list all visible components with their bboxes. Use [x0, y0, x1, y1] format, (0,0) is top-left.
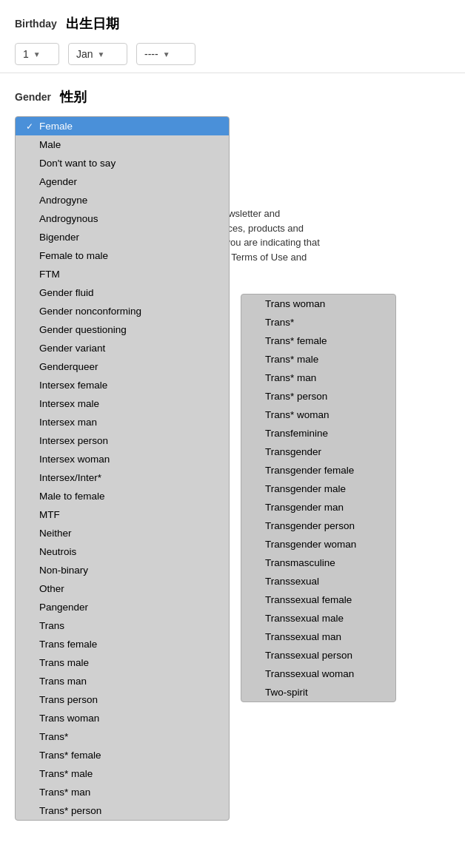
dropdown-item-neutrois[interactable]: Neutrois	[16, 542, 229, 561]
dropdown-item-female[interactable]: ✓Female	[16, 117, 229, 135]
dropdown-item-right-trans-star-r[interactable]: Trans*	[241, 313, 395, 332]
dropdown-item-trans-male[interactable]: Trans male	[16, 653, 229, 672]
item-label: Male	[39, 139, 61, 150]
dropdown-item-right-transgender-person[interactable]: Transgender person	[241, 517, 395, 535]
dropdown-item-agender[interactable]: Agender	[16, 172, 229, 191]
dropdown-item-trans-female[interactable]: Trans female	[16, 635, 229, 653]
dropdown-item-intersex-man[interactable]: Intersex man	[16, 413, 229, 431]
month-value: Jan	[76, 48, 93, 60]
dropdown-item-right-two-spirit[interactable]: Two-spirit	[241, 683, 395, 702]
item-label: Gender nonconforming	[39, 306, 141, 317]
item-label: Intersex male	[39, 398, 99, 409]
dropdown-item-androgynous[interactable]: Androgynous	[16, 209, 229, 228]
dropdown-item-right-transgender-man[interactable]: Transgender man	[241, 498, 395, 517]
dropdown-item-trans-star[interactable]: Trans*	[16, 727, 229, 746]
item-label: Transsexual female	[265, 594, 352, 605]
dropdown-item-male[interactable]: Male	[16, 135, 229, 154]
dropdown-item-right-trans-star-woman-r[interactable]: Trans* woman	[241, 406, 395, 424]
dropdown-item-right-transgender[interactable]: Transgender	[241, 443, 395, 461]
item-label: Androgyne	[39, 195, 87, 206]
dropdown-item-trans-woman[interactable]: Trans woman	[16, 709, 229, 727]
page-wrapper: Birthday 出生日期 1 ▼ Jan ▼ ---- ▼ Gender 性别	[0, 0, 465, 868]
item-label: Trans*	[39, 731, 68, 742]
item-label: Non-binary	[39, 565, 88, 576]
dropdown-item-trans[interactable]: Trans	[16, 616, 229, 635]
item-label: Genderqueer	[39, 361, 98, 372]
item-label: Intersex man	[39, 417, 97, 428]
dropdown-item-right-trans-star-person-r[interactable]: Trans* person	[241, 387, 395, 406]
item-label: Trans* man	[39, 787, 90, 798]
item-label: Male to female	[39, 491, 105, 502]
dropdown-item-neither[interactable]: Neither	[16, 524, 229, 542]
dropdown-item-right-trans-woman-r[interactable]: Trans woman	[241, 295, 395, 313]
dropdown-item-right-transgender-woman[interactable]: Transgender woman	[241, 535, 395, 554]
dropdown-item-non-binary[interactable]: Non-binary	[16, 561, 229, 579]
day-chevron-icon: ▼	[33, 50, 41, 58]
item-label: Transsexual person	[265, 650, 352, 661]
gender-label-row: Gender 性别	[15, 88, 450, 106]
left-dropdown[interactable]: ✓FemaleMaleDon't want to sayAgenderAndro…	[15, 116, 230, 821]
dropdown-item-trans-star-man[interactable]: Trans* man	[16, 783, 229, 801]
item-label: Transgender man	[265, 502, 344, 513]
item-label: FTM	[39, 269, 60, 280]
item-label: Intersex person	[39, 435, 108, 446]
dropdown-item-right-trans-star-male-r[interactable]: Trans* male	[241, 350, 395, 369]
item-label: Transfeminine	[265, 428, 328, 439]
item-label: Trans man	[39, 676, 87, 687]
dropdown-item-gender-fluid[interactable]: Gender fluid	[16, 283, 229, 302]
dropdown-item-other[interactable]: Other	[16, 579, 229, 598]
dropdown-item-trans-star-male[interactable]: Trans* male	[16, 764, 229, 783]
item-label: Transgender	[265, 446, 321, 457]
dropdown-item-mtf[interactable]: MTF	[16, 505, 229, 524]
dropdown-item-intersex-person[interactable]: Intersex person	[16, 431, 229, 450]
item-label: Intersex woman	[39, 454, 110, 465]
dropdown-item-intersex-female[interactable]: Intersex female	[16, 376, 229, 394]
dropdown-item-right-trans-star-female-r[interactable]: Trans* female	[241, 332, 395, 350]
dropdown-item-intersex-woman[interactable]: Intersex woman	[16, 450, 229, 468]
dropdown-item-right-transsexual-man[interactable]: Transsexual man	[241, 628, 395, 646]
item-label: Gender questioning	[39, 324, 127, 335]
bg-content: A Newsletter and services, products and …	[207, 206, 450, 264]
day-dropdown[interactable]: 1 ▼	[15, 43, 59, 65]
item-label: Don't want to say	[39, 158, 116, 169]
dropdown-item-bigender[interactable]: Bigender	[16, 228, 229, 246]
dropdown-item-intersex-male[interactable]: Intersex male	[16, 394, 229, 413]
dropdown-item-trans-person[interactable]: Trans person	[16, 690, 229, 709]
dropdown-item-trans-man[interactable]: Trans man	[16, 672, 229, 690]
dropdown-item-right-transsexual[interactable]: Transsexual	[241, 572, 395, 591]
dropdown-item-right-transsexual-male[interactable]: Transsexual male	[241, 609, 395, 628]
dropdown-item-ftm[interactable]: FTM	[16, 265, 229, 283]
dropdown-item-right-transmasculine[interactable]: Transmasculine	[241, 554, 395, 572]
dropdown-item-gender-questioning[interactable]: Gender questioning	[16, 320, 229, 339]
dropdown-item-gender-variant[interactable]: Gender variant	[16, 339, 229, 357]
right-dropdown[interactable]: Trans womanTrans*Trans* femaleTrans* mal…	[241, 294, 396, 702]
dropdown-item-trans-star-person[interactable]: Trans* person	[16, 801, 229, 820]
item-label: Transsexual man	[265, 631, 341, 642]
dropdown-item-right-transgender-female[interactable]: Transgender female	[241, 461, 395, 480]
dropdown-item-male-to-female[interactable]: Male to female	[16, 487, 229, 505]
item-label: Pangender	[39, 602, 88, 613]
check-icon: ✓	[26, 121, 36, 132]
dropdown-item-right-transsexual-female[interactable]: Transsexual female	[241, 591, 395, 609]
dropdown-item-pangender[interactable]: Pangender	[16, 598, 229, 616]
item-label: Agender	[39, 176, 77, 187]
dropdown-item-right-transsexual-person[interactable]: Transsexual person	[241, 646, 395, 665]
dropdown-item-female-to-male[interactable]: Female to male	[16, 246, 229, 265]
item-label: Trans* woman	[265, 409, 329, 420]
dropdown-item-androgyne[interactable]: Androgyne	[16, 191, 229, 209]
item-label: Trans* female	[39, 750, 101, 761]
dropdown-item-right-trans-star-man-r[interactable]: Trans* man	[241, 369, 395, 387]
dropdown-item-right-transsexual-woman[interactable]: Transsexual woman	[241, 665, 395, 683]
item-label: MTF	[39, 509, 60, 520]
dropdown-item-gender-nonconforming[interactable]: Gender nonconforming	[16, 302, 229, 320]
item-label: Trans	[39, 620, 64, 631]
item-label: Transgender female	[265, 465, 354, 476]
dropdown-item-trans-star-female[interactable]: Trans* female	[16, 746, 229, 764]
year-dropdown[interactable]: ---- ▼	[136, 43, 195, 65]
dropdown-item-dont-want-to-say[interactable]: Don't want to say	[16, 154, 229, 172]
dropdown-item-right-transgender-male[interactable]: Transgender male	[241, 480, 395, 498]
month-dropdown[interactable]: Jan ▼	[68, 43, 127, 65]
dropdown-item-right-transfeminine[interactable]: Transfeminine	[241, 424, 395, 443]
dropdown-item-intersex-inter[interactable]: Intersex/Inter*	[16, 468, 229, 487]
dropdown-item-genderqueer[interactable]: Genderqueer	[16, 357, 229, 376]
